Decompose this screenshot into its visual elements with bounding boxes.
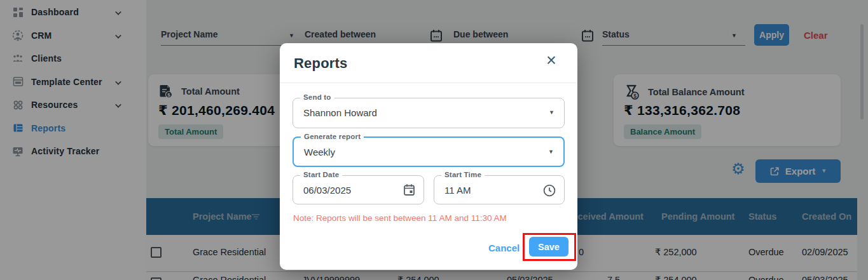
save-button[interactable]: Save — [529, 237, 568, 257]
modal-title: Reports — [294, 55, 348, 72]
generate-report-label: Generate report — [301, 133, 364, 140]
start-time-value: 11 AM — [444, 185, 471, 196]
send-to-value: Shannon Howard — [303, 107, 377, 118]
chevron-down-icon: ▼ — [548, 149, 554, 155]
generate-report-value: Weekly — [304, 147, 335, 157]
send-to-select[interactable]: Send to Shannon Howard ▼ — [293, 98, 565, 128]
chevron-down-icon: ▼ — [549, 110, 555, 116]
start-time-label: Start Time — [441, 171, 485, 178]
start-date-label: Start Date — [300, 171, 342, 178]
start-time-input[interactable]: Start Time 11 AM — [434, 175, 565, 204]
calendar-icon[interactable] — [403, 183, 415, 197]
modal-divider — [280, 83, 577, 83]
app-window: Dashboard CRM Clients Template Center — [0, 0, 868, 280]
start-date-input[interactable]: Start Date 06/03/2025 — [293, 175, 424, 204]
close-icon[interactable]: × — [546, 52, 556, 69]
clock-icon[interactable] — [543, 184, 556, 197]
generate-report-select[interactable]: Generate report Weekly ▼ — [293, 137, 565, 167]
send-to-label: Send to — [300, 93, 334, 101]
reports-modal: Reports × Send to Shannon Howard ▼ Gener… — [280, 43, 577, 270]
cancel-link[interactable]: Cancel — [488, 243, 520, 253]
start-date-value: 06/03/2025 — [303, 185, 351, 196]
schedule-note: Note: Reports will be sent between 11 AM… — [293, 213, 507, 223]
